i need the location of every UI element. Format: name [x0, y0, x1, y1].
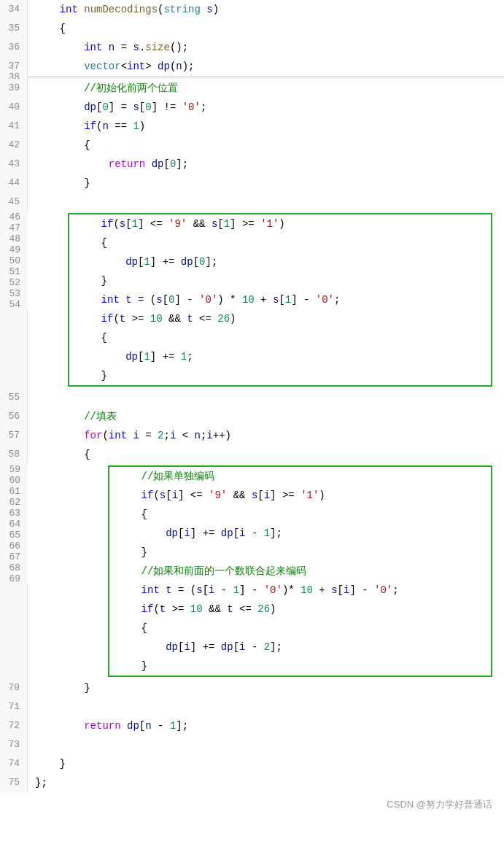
box-content-52: { — [69, 328, 491, 347]
line-number-67: 67 — [0, 552, 28, 562]
line-content-45 — [28, 193, 504, 212]
code-line-45: 45 — [0, 193, 504, 212]
line-content-35: { — [28, 19, 504, 38]
line-content-70: } — [28, 678, 504, 697]
box-content-63: } — [109, 543, 491, 562]
line-number-69: 69 — [0, 573, 28, 584]
line-number-49: 49 — [0, 244, 28, 255]
line-number-36: 36 — [0, 38, 28, 57]
line-content-57: for(int i = 2;i < n;i++) — [28, 426, 504, 445]
line-number-39: 39 — [0, 79, 28, 98]
line-content-39: //初始化前两个位置 — [28, 79, 504, 98]
box-content-67: { — [109, 619, 491, 638]
code-line-40: 40 dp[0] = s[0] != '0'; — [0, 98, 504, 117]
outer-box-wrapper: 46 47 48 49 50 51 52 53 54 if(s[1] <= '9… — [0, 212, 504, 388]
box-line-49: } — [69, 271, 491, 290]
line-number-60: 60 — [0, 475, 28, 486]
box-line-61: { — [109, 505, 491, 524]
code-line-74: 74 } — [0, 754, 504, 773]
code-line-42: 42 { — [0, 136, 504, 155]
line-content-36: int n = s.size(); — [28, 38, 504, 57]
line-content-55 — [28, 388, 504, 407]
box-content-66: if(t >= 10 && t <= 26) — [109, 600, 491, 619]
box-content-62: dp[i] += dp[i - 1]; — [109, 524, 491, 543]
code-line-34: 34 int numDecodings(string s) — [0, 0, 504, 19]
line-number-53: 53 — [0, 288, 28, 299]
line-number-42: 42 — [0, 136, 28, 155]
inner-box-wrapper: 59 60 61 62 63 64 65 66 67 68 69 //如果单独编… — [0, 464, 504, 678]
outer-green-box: if(s[1] <= '9' && s[1] >= '1') { dp[1] +… — [68, 213, 492, 387]
box-line-67: { — [109, 619, 491, 638]
box-line-66: if(t >= 10 && t <= 26) — [109, 600, 491, 619]
line-content-37: vector<int> dp(n); — [28, 57, 504, 76]
line-number-43: 43 — [0, 155, 28, 174]
box-content-50: int t = (s[0] - '0') * 10 + s[1] - '0'; — [69, 290, 491, 309]
line-number-74: 74 — [0, 754, 28, 773]
line-number-58: 58 — [0, 445, 28, 464]
line-content-40: dp[0] = s[0] != '0'; — [28, 98, 504, 117]
line-content-58: { — [28, 445, 504, 464]
box-content-61: { — [109, 505, 491, 524]
box-content-68: dp[i] += dp[i - 2]; — [109, 638, 491, 657]
code-line-55: 55 — [0, 388, 504, 407]
box-line-65: int t = (s[i - 1] - '0')* 10 + s[i] - '0… — [109, 581, 491, 600]
inner-box-indent — [28, 464, 108, 678]
code-line-36: 36 int n = s.size(); — [0, 38, 504, 57]
box-line-59: //如果单独编码 — [109, 467, 491, 486]
outer-box-line-numbers: 46 47 48 49 50 51 52 53 54 — [0, 212, 28, 388]
line-content-42: { — [28, 136, 504, 155]
box-line-48: dp[1] += dp[0]; — [69, 252, 491, 271]
line-number-41: 41 — [0, 117, 28, 136]
code-line-70: 70 } — [0, 678, 504, 697]
line-number-34: 34 — [0, 0, 28, 19]
footer: CSDN @努力学好普通话 — [0, 792, 504, 817]
line-number-47: 47 — [0, 222, 28, 233]
box-content-65: int t = (s[i - 1] - '0')* 10 + s[i] - '0… — [109, 581, 491, 600]
line-number-62: 62 — [0, 497, 28, 508]
line-number-56: 56 — [0, 407, 28, 426]
code-line-71: 71 — [0, 697, 504, 716]
box-line-54: } — [69, 366, 491, 385]
box-line-68: dp[i] += dp[i - 2]; — [109, 638, 491, 657]
box-line-62: dp[i] += dp[i - 1]; — [109, 524, 491, 543]
code-container: 34 int numDecodings(string s) 35 { 36 in… — [0, 0, 504, 817]
line-number-55: 55 — [0, 388, 28, 407]
line-number-68: 68 — [0, 562, 28, 573]
box-content-53: dp[1] += 1; — [69, 347, 491, 366]
box-content-48: dp[1] += dp[0]; — [69, 252, 491, 271]
line-number-71: 71 — [0, 697, 28, 716]
code-line-58: 58 { — [0, 445, 504, 464]
line-number-65: 65 — [0, 530, 28, 541]
box-line-53: dp[1] += 1; — [69, 347, 491, 366]
line-number-50: 50 — [0, 255, 28, 266]
code-line-72: 72 return dp[n - 1]; — [0, 716, 504, 735]
line-number-52: 52 — [0, 277, 28, 288]
box-line-51: if(t >= 10 && t <= 26) — [69, 309, 491, 328]
inner-box-line-numbers: 59 60 61 62 63 64 65 66 67 68 69 — [0, 464, 28, 678]
line-number-44: 44 — [0, 174, 28, 193]
line-content-71 — [28, 697, 504, 716]
code-line-56: 56 //填表 — [0, 407, 504, 426]
line-content-41: if(n == 1) — [28, 117, 504, 136]
box-line-52: { — [69, 328, 491, 347]
code-line-39: 39 //初始化前两个位置 — [0, 79, 504, 98]
box-content-51: if(t >= 10 && t <= 26) — [69, 309, 491, 328]
code-line-37: 37 vector<int> dp(n); — [0, 57, 504, 76]
line-number-48: 48 — [0, 233, 28, 244]
box-content-69: } — [109, 657, 491, 676]
line-number-70: 70 — [0, 678, 28, 697]
line-number-61: 61 — [0, 486, 28, 497]
line-number-35: 35 — [0, 19, 28, 38]
code-line-75: 75 }; — [0, 773, 504, 792]
line-number-73: 73 — [0, 735, 28, 754]
line-content-43: return dp[0]; — [28, 155, 504, 174]
line-content-74: } — [28, 754, 504, 773]
box-content-64: //如果和前面的一个数联合起来编码 — [109, 562, 491, 581]
code-line-57: 57 for(int i = 2;i < n;i++) — [0, 426, 504, 445]
code-line-35: 35 { — [0, 19, 504, 38]
box-line-50: int t = (s[0] - '0') * 10 + s[1] - '0'; — [69, 290, 491, 309]
line-number-54: 54 — [0, 299, 28, 310]
line-content-73 — [28, 735, 504, 754]
line-content-75: }; — [28, 773, 504, 792]
line-number-59: 59 — [0, 464, 28, 475]
